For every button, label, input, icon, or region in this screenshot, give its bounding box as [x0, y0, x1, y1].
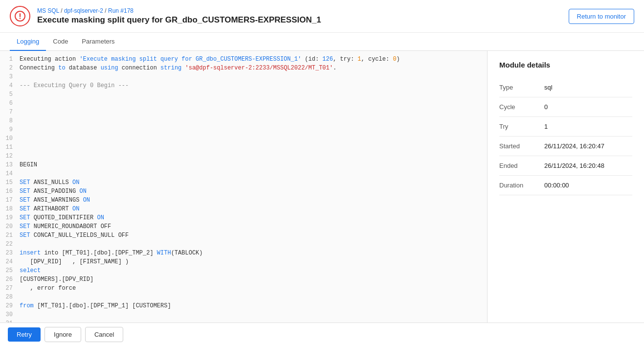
detail-label-ended: Ended: [499, 162, 538, 169]
log-line: 26 [CUSTOMERS].[DPV_RID]: [0, 275, 487, 284]
header: MS SQL / dpf-sqlserver-2 / Run #178 Exec…: [0, 0, 644, 33]
log-line: 10: [0, 134, 487, 143]
log-line: 6: [0, 99, 487, 108]
log-line: 1 Executing action 'Execute masking spli…: [0, 55, 487, 64]
log-line: 27 , error force: [0, 284, 487, 293]
footer: Retry Ignore Cancel: [0, 323, 644, 346]
detail-value-started: 26/11/2024, 16:20:47: [544, 142, 604, 150]
header-left: MS SQL / dpf-sqlserver-2 / Run #178 Exec…: [10, 6, 321, 26]
detail-label-started: Started: [499, 142, 538, 150]
log-line: 11: [0, 143, 487, 152]
log-line: 2 Connecting to database using connectio…: [0, 64, 487, 72]
detail-row-cycle: Cycle 0: [499, 97, 632, 117]
log-line: 9: [0, 125, 487, 134]
log-line: 24 [DPV_RID] , [FIRST_NAME] ): [0, 257, 487, 266]
detail-row-type: Type sql: [499, 78, 632, 97]
log-line: 21 SET CONCAT_NULL_YIELDS_NULL OFF: [0, 231, 487, 240]
log-pane[interactable]: 1 Executing action 'Execute masking spli…: [0, 51, 488, 323]
detail-row-duration: Duration 00:00:00: [499, 176, 632, 195]
detail-label-try: Try: [499, 123, 538, 130]
return-to-monitor-button[interactable]: Return to monitor: [569, 9, 634, 24]
cancel-button[interactable]: Cancel: [85, 327, 123, 342]
log-line: 28: [0, 293, 487, 301]
tab-parameters[interactable]: Parameters: [75, 33, 121, 51]
log-line: 19 SET QUOTED_IDENTIFIER ON: [0, 213, 487, 222]
log-line: 31: [0, 319, 487, 323]
detail-value-duration: 00:00:00: [544, 182, 569, 189]
log-line: 3: [0, 72, 487, 81]
breadcrumb: MS SQL / dpf-sqlserver-2 / Run #178: [37, 7, 321, 14]
ignore-button[interactable]: Ignore: [44, 327, 81, 342]
breadcrumb-db[interactable]: MS SQL: [37, 7, 59, 14]
main-content: 1 Executing action 'Execute masking spli…: [0, 51, 644, 323]
tabs-bar: Logging Code Parameters: [0, 33, 644, 51]
log-line: 15 SET ANSI_NULLS ON: [0, 178, 487, 187]
detail-value-ended: 26/11/2024, 16:20:48: [544, 162, 604, 169]
detail-value-try: 1: [544, 123, 548, 130]
detail-label-duration: Duration: [499, 182, 538, 189]
detail-label-cycle: Cycle: [499, 103, 538, 111]
breadcrumb-run[interactable]: Run #178: [108, 7, 133, 14]
detail-value-type: sql: [544, 84, 553, 91]
tab-code[interactable]: Code: [46, 33, 75, 51]
log-line: 7: [0, 108, 487, 116]
detail-label-type: Type: [499, 84, 538, 91]
detail-row-ended: Ended 26/11/2024, 16:20:48: [499, 156, 632, 176]
retry-button[interactable]: Retry: [8, 327, 41, 342]
tab-logging[interactable]: Logging: [10, 33, 46, 51]
page-title: Execute masking split query for GR_dbo_C…: [37, 15, 321, 25]
log-line: 30: [0, 310, 487, 319]
header-title-block: MS SQL / dpf-sqlserver-2 / Run #178 Exec…: [37, 7, 321, 25]
breadcrumb-sep1: /: [61, 7, 64, 14]
log-line: 17 SET ANSI_WARNINGS ON: [0, 196, 487, 205]
breadcrumb-project[interactable]: dpf-sqlserver-2: [64, 7, 103, 14]
log-line: 23 insert into [MT_T01].[dbo].[DPF_TMP_2…: [0, 249, 487, 257]
log-line: 22: [0, 240, 487, 249]
log-line: 13 BEGIN: [0, 161, 487, 169]
log-line: 29 from [MT_T01].[dbo].[DPF_TMP_1] [CUST…: [0, 301, 487, 310]
log-line: 4 --- Executing Query 0 Begin ---: [0, 81, 487, 90]
details-pane: Module details Type sql Cycle 0 Try 1 St…: [488, 51, 644, 323]
detail-row-started: Started 26/11/2024, 16:20:47: [499, 137, 632, 156]
detail-row-try: Try 1: [499, 117, 632, 137]
log-line: 8: [0, 116, 487, 125]
log-line: 12: [0, 152, 487, 161]
log-line: 5: [0, 90, 487, 99]
details-title: Module details: [499, 61, 632, 69]
log-line: 18 SET ARITHABORT ON: [0, 205, 487, 213]
log-line: 20 SET NUMERIC_ROUNDABORT OFF: [0, 222, 487, 231]
error-icon: [10, 6, 30, 26]
log-line: 25 select: [0, 266, 487, 275]
svg-point-2: [20, 18, 21, 19]
log-line: 16 SET ANSI_PADDING ON: [0, 187, 487, 196]
log-line: 14: [0, 169, 487, 178]
breadcrumb-sep2: /: [105, 7, 108, 14]
detail-value-cycle: 0: [544, 103, 548, 111]
